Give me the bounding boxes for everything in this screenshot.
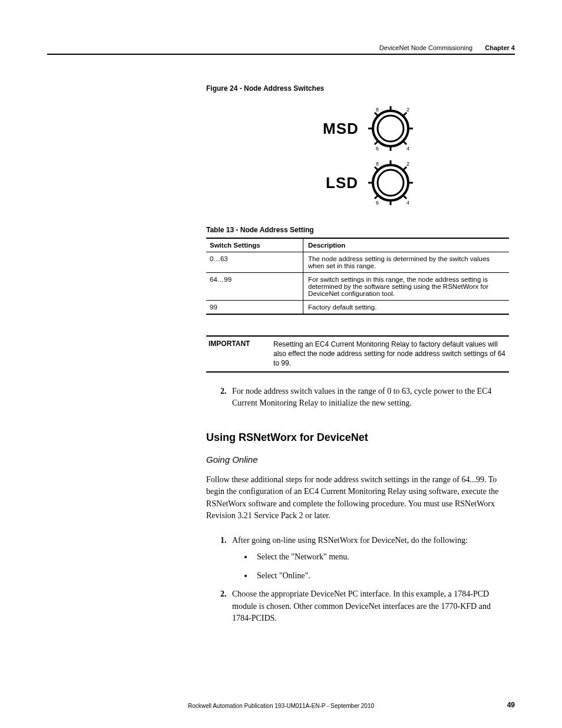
figure-body: MSD 8 2 4 6 bbox=[230, 103, 509, 208]
step-list: For node address switch values in the ra… bbox=[206, 386, 509, 410]
svg-text:4: 4 bbox=[406, 146, 409, 151]
step-text: Choose the appropriate DeviceNet PC inte… bbox=[232, 589, 491, 622]
page-footer: Rockwell Automation Publication 193-UM01… bbox=[47, 703, 515, 709]
table-row: 0…63 The node address setting is determi… bbox=[206, 252, 509, 273]
section-heading: Using RSNetWorx for DeviceNet bbox=[206, 431, 509, 444]
svg-line-5 bbox=[403, 141, 406, 144]
table-header: Description bbox=[303, 238, 510, 252]
table-cell: Factory default setting. bbox=[303, 301, 510, 315]
paragraph: Follow these additional steps for node a… bbox=[206, 474, 509, 522]
page-header: DeviceNet Node Commissioning Chapter 4 bbox=[47, 44, 515, 55]
svg-text:6: 6 bbox=[376, 200, 379, 206]
svg-line-7 bbox=[375, 141, 378, 144]
figure-caption: Figure 24 - Node Address Switches bbox=[206, 84, 509, 93]
footer-page-number: 49 bbox=[507, 701, 515, 709]
table-header: Switch Settings bbox=[206, 238, 303, 252]
svg-text:2: 2 bbox=[406, 161, 409, 167]
dial-lsd-label: LSD bbox=[323, 174, 358, 192]
table-cell: 99 bbox=[206, 301, 303, 315]
header-chapter: Chapter 4 bbox=[485, 44, 515, 51]
svg-point-15 bbox=[378, 170, 404, 196]
svg-line-19 bbox=[403, 195, 406, 199]
svg-line-21 bbox=[375, 195, 378, 199]
svg-line-9 bbox=[375, 113, 378, 116]
table-cell: The node address setting is determined b… bbox=[303, 252, 510, 273]
svg-text:8: 8 bbox=[376, 161, 379, 167]
svg-point-1 bbox=[378, 116, 404, 141]
rotary-switch-icon: 8 2 4 6 bbox=[365, 157, 416, 208]
svg-line-23 bbox=[375, 167, 378, 170]
table-cell: For switch settings in this range, the n… bbox=[303, 273, 510, 301]
step-text: After going on-line using RSNetWorx for … bbox=[232, 536, 468, 545]
svg-line-17 bbox=[403, 167, 406, 170]
table-cell: 0…63 bbox=[206, 252, 303, 273]
important-label: IMPORTANT bbox=[206, 340, 273, 368]
svg-text:4: 4 bbox=[406, 200, 409, 206]
svg-text:6: 6 bbox=[376, 146, 379, 151]
rotary-switch-icon: 8 2 4 6 bbox=[365, 103, 416, 154]
table-row: 99 Factory default setting. bbox=[206, 301, 509, 315]
dial-msd-label: MSD bbox=[323, 120, 358, 138]
header-section: DeviceNet Node Commissioning bbox=[379, 44, 472, 51]
table-caption: Table 13 - Node Address Setting bbox=[206, 226, 509, 234]
node-address-table: Switch Settings Description 0…63 The nod… bbox=[206, 238, 509, 315]
important-callout: IMPORTANT Resetting an EC4 Current Monit… bbox=[206, 335, 509, 373]
footer-publication: Rockwell Automation Publication 193-UM01… bbox=[47, 703, 515, 709]
sub-step: Select "Online". bbox=[253, 569, 509, 582]
procedure-list: After going on-line using RSNetWorx for … bbox=[206, 535, 509, 624]
svg-line-3 bbox=[403, 113, 406, 116]
important-text: Resetting an EC4 Current Monitoring Rela… bbox=[273, 340, 509, 368]
sub-step: Select the "Network" menu. bbox=[253, 551, 509, 564]
sub-heading: Going Online bbox=[206, 454, 509, 465]
svg-text:8: 8 bbox=[376, 107, 379, 113]
table-cell: 64…99 bbox=[206, 273, 303, 301]
table-row: 64…99 For switch settings in this range,… bbox=[206, 273, 509, 301]
step-text: For node address switch values in the ra… bbox=[232, 387, 492, 407]
svg-text:2: 2 bbox=[406, 107, 409, 113]
